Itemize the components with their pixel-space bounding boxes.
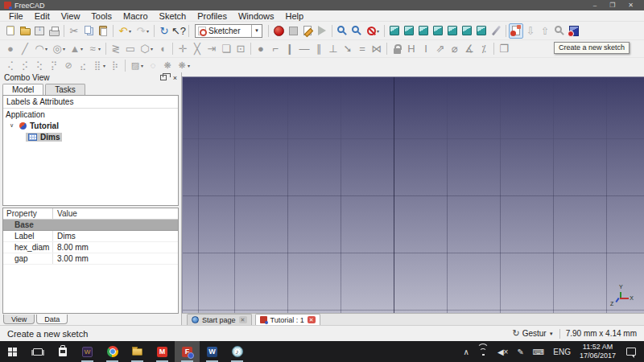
- menu-item[interactable]: Windows: [233, 11, 280, 21]
- view-rear-button[interactable]: [445, 23, 460, 39]
- draw-style-button[interactable]: [364, 23, 378, 39]
- action-center-icon[interactable]: [626, 348, 636, 356]
- create-conic-button[interactable]: ▲: [68, 41, 82, 56]
- combo-view-tab[interactable]: Model: [2, 84, 43, 95]
- constrain-radius-button[interactable]: ⌀: [448, 41, 462, 56]
- tree-item-dims[interactable]: Dims: [3, 131, 178, 142]
- media-player-button[interactable]: ♪: [225, 341, 250, 362]
- windows-ink-icon[interactable]: ✎: [517, 348, 523, 356]
- maximize-button[interactable]: ❐: [609, 2, 615, 9]
- tree-item-tutorial[interactable]: ∨ Tutorial: [3, 120, 178, 131]
- increase-knot-multiplicity-button[interactable]: ⣿: [90, 60, 105, 72]
- menu-item[interactable]: Tools: [85, 11, 118, 21]
- view-top-button[interactable]: [416, 23, 431, 39]
- combo-view-tab[interactable]: Tasks: [45, 84, 85, 95]
- minimize-button[interactable]: –: [593, 2, 597, 9]
- constrain-lock-button[interactable]: [390, 41, 404, 56]
- edit-sketch-button[interactable]: ⇩: [523, 23, 538, 39]
- constrain-snells-law-button[interactable]: ⁒: [477, 41, 491, 56]
- toggle-driving-constraint-button[interactable]: ❐: [497, 41, 511, 56]
- close-tab-icon[interactable]: ✕: [308, 316, 316, 323]
- macro-edit-button[interactable]: [300, 23, 315, 39]
- menu-item[interactable]: Profiles: [192, 11, 233, 21]
- menu-item[interactable]: Help: [280, 11, 310, 21]
- menu-item[interactable]: File: [3, 11, 29, 21]
- refresh-button[interactable]: ↻: [157, 23, 171, 39]
- print-file-button[interactable]: [47, 23, 61, 39]
- increase-bspline-degree-button[interactable]: ⣔: [76, 60, 90, 72]
- close-panel-icon[interactable]: ×: [173, 74, 177, 82]
- menu-item[interactable]: View: [56, 11, 86, 21]
- view-sketch-button[interactable]: [552, 23, 567, 39]
- map-sketch-to-face-button[interactable]: [567, 23, 581, 39]
- menu-item[interactable]: Macro: [118, 11, 154, 21]
- constrain-symmetric-button[interactable]: ⋈: [369, 41, 384, 56]
- create-bspline-button[interactable]: ≈: [85, 41, 100, 56]
- create-polygon-button[interactable]: ⬡: [138, 41, 152, 56]
- constrain-vertical-button[interactable]: ❙: [283, 41, 297, 56]
- property-mode-tab[interactable]: View: [3, 315, 35, 324]
- app-purple-button[interactable]: W: [75, 341, 100, 362]
- constrain-horizontal-button[interactable]: —: [297, 41, 312, 56]
- microsoft-word-button[interactable]: W: [200, 341, 225, 362]
- freecad-app-button[interactable]: F: [175, 341, 200, 362]
- select-constrained-elements-button[interactable]: ◌: [146, 60, 160, 72]
- view-bottom-button[interactable]: [460, 23, 474, 39]
- taskbar-clock[interactable]: 11:52 AM 17/06/2017: [580, 343, 616, 361]
- view-front-button[interactable]: [402, 23, 416, 39]
- create-line-button[interactable]: ╱: [18, 41, 32, 56]
- navigation-style-selector[interactable]: ↻ Gestur ▼: [512, 328, 553, 339]
- constrain-perpendicular-button[interactable]: ⊥: [326, 41, 341, 56]
- show-internal-geometry-button[interactable]: ❋: [160, 60, 175, 72]
- document-tab[interactable]: Start page ✕: [187, 314, 252, 325]
- touch-keyboard-icon[interactable]: ⌨: [533, 348, 544, 356]
- menu-item[interactable]: Edit: [29, 11, 56, 21]
- show-bspline-curvature-comb-button[interactable]: ⢕: [32, 60, 47, 72]
- constrain-tangent-button[interactable]: ➘: [341, 41, 355, 56]
- create-point-button[interactable]: ●: [3, 41, 18, 56]
- symmetry-button[interactable]: ❋: [175, 60, 189, 72]
- float-panel-icon[interactable]: [160, 75, 167, 80]
- tree-root[interactable]: Application: [3, 109, 178, 120]
- create-sketch-button[interactable]: [509, 23, 523, 39]
- measure-distance-button[interactable]: [489, 23, 503, 39]
- expander-icon[interactable]: ∨: [10, 122, 16, 129]
- create-rectangle-button[interactable]: ▭: [123, 41, 138, 56]
- property-value[interactable]: 8.00 mm: [53, 243, 178, 252]
- constrain-equal-button[interactable]: =: [355, 41, 369, 56]
- start-button[interactable]: [0, 341, 25, 362]
- show-bspline-knot-multiplicity-button[interactable]: ⡝: [47, 60, 61, 72]
- trim-edge-button[interactable]: ╳: [190, 41, 204, 56]
- google-chrome-button[interactable]: [100, 341, 125, 362]
- leave-sketch-button[interactable]: ⇧: [538, 23, 552, 39]
- view-right-button[interactable]: [431, 23, 445, 39]
- show-bspline-control-polygon-button[interactable]: ⡪: [18, 60, 32, 72]
- tray-expand-icon[interactable]: ∧: [464, 348, 469, 356]
- workbench-selector[interactable]: Sketcher▼: [195, 24, 262, 38]
- save-file-button[interactable]: [32, 23, 47, 39]
- new-file-button[interactable]: [3, 23, 18, 39]
- wifi-icon[interactable]: [478, 348, 489, 356]
- menu-item[interactable]: Sketch: [154, 11, 192, 21]
- open-file-button[interactable]: [18, 23, 32, 39]
- property-group[interactable]: Base: [3, 220, 178, 231]
- redo-button[interactable]: ↷: [134, 23, 148, 39]
- constrain-coincident-button[interactable]: ●: [254, 41, 268, 56]
- selected-item[interactable]: Dims: [26, 133, 62, 142]
- zoom-selection-button[interactable]: [349, 23, 364, 39]
- constrain-distance-x-button[interactable]: H: [404, 41, 419, 56]
- task-view-button[interactable]: [25, 341, 50, 362]
- document-tab[interactable]: Tutorial : 1 ✕: [255, 314, 320, 325]
- constrain-point-on-object-button[interactable]: ⌐: [268, 41, 283, 56]
- gmail-button[interactable]: M: [150, 341, 175, 362]
- view-isometric-button[interactable]: [387, 23, 402, 39]
- macro-record-button[interactable]: [271, 23, 286, 39]
- create-arc-button[interactable]: ◠: [32, 41, 47, 56]
- 3d-viewport[interactable]: Y X Z: [182, 76, 644, 313]
- input-language[interactable]: ENG: [553, 348, 571, 356]
- property-row[interactable]: gap 3.00 mm: [3, 253, 178, 265]
- property-value[interactable]: Dims: [53, 232, 178, 241]
- external-geometry-button[interactable]: ❏: [219, 41, 233, 56]
- join-curves-button[interactable]: ⡷: [108, 60, 122, 72]
- show-bspline-degree-button[interactable]: ⢌: [3, 60, 18, 72]
